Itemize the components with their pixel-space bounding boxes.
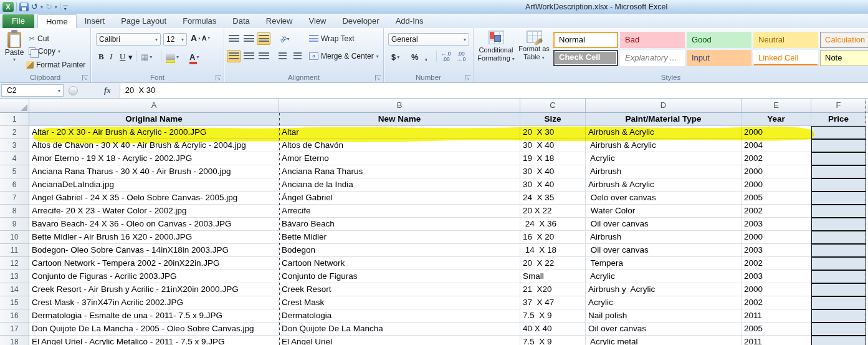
cell-E16[interactable]: 2011	[742, 309, 811, 323]
formula-input[interactable]: 20 X 30	[120, 83, 868, 98]
cell-F1[interactable]: Price	[811, 113, 866, 126]
cell-C16[interactable]: 7.5 X 9	[520, 309, 586, 323]
cell-E7[interactable]: 2005	[742, 192, 811, 205]
cell-C15[interactable]: 37 X 47	[520, 296, 586, 309]
row-header-3[interactable]: 3	[0, 139, 29, 152]
cell-D1[interactable]: Paint/Material Type	[586, 113, 742, 126]
column-header-C[interactable]: C	[520, 99, 586, 112]
row-header-18[interactable]: 18	[0, 336, 29, 345]
cell-D14[interactable]: Airbrush y Acrylic	[586, 283, 742, 296]
cell-E3[interactable]: 2004	[742, 139, 811, 152]
comma-style-button[interactable]: ,	[425, 51, 427, 63]
name-box[interactable]: C2 ▾	[1, 84, 64, 97]
cell-D6[interactable]: Airbrush & Acrylic	[586, 178, 742, 192]
cell-C3[interactable]: 30 X 40	[520, 139, 586, 152]
cell-B1[interactable]: New Name	[279, 113, 520, 126]
cell-A7[interactable]: Angel Gabriel - 24 X 35 - Oelo Sobre Can…	[29, 192, 279, 205]
cell-style-normal[interactable]: Normal	[553, 32, 618, 48]
cell-A10[interactable]: Bette Midler - Air Brush 16 X20 - 2000.J…	[29, 231, 279, 244]
cell-B3[interactable]: Altos de Chavón	[279, 139, 520, 152]
cell-A4[interactable]: Amor Eterno - 19 X 18 - Acrylic - 2002.J…	[29, 152, 279, 165]
cell-C13[interactable]: Small	[520, 270, 586, 283]
cell-style-calculation[interactable]: Calculation	[820, 32, 868, 48]
cell-E11[interactable]: 2003	[742, 244, 811, 257]
select-all-corner[interactable]	[0, 99, 29, 112]
cell-F6[interactable]	[811, 178, 866, 192]
cell-B6[interactable]: Anciana de la India	[279, 178, 520, 192]
tab-data[interactable]: Data	[224, 14, 257, 28]
cell-E13[interactable]: 2003	[742, 270, 811, 283]
cell-F18[interactable]	[811, 336, 866, 345]
grow-font-button[interactable]: A▴ A▾	[191, 32, 210, 44]
cell-E18[interactable]: 2011	[742, 336, 811, 345]
cell-E14[interactable]: 2000	[742, 283, 811, 296]
cell-D11[interactable]: Oil over canvas	[586, 244, 742, 257]
cell-E8[interactable]: 2002	[742, 205, 811, 218]
cell-C4[interactable]: 19 X 18	[520, 152, 586, 165]
copy-button[interactable]: Copy ▾	[29, 46, 60, 57]
cell-F17[interactable]	[811, 323, 866, 336]
underline-button[interactable]: U	[120, 51, 125, 63]
row-header-1[interactable]: 1	[0, 113, 29, 126]
cell-style-good[interactable]: Good	[687, 32, 751, 48]
cell-C11[interactable]: 14 X 18	[520, 244, 586, 257]
cell-C10[interactable]: 16 X 20	[520, 231, 586, 244]
conditional-formatting-button[interactable]: Conditional Formatting ▾	[476, 31, 516, 63]
shrink-font-icon[interactable]: A	[202, 34, 207, 42]
row-header-7[interactable]: 7	[0, 192, 29, 205]
customize-qat-icon[interactable]: ▾	[63, 4, 68, 11]
cell-B5[interactable]: Anciana Rana Tharus	[279, 165, 520, 178]
cell-C5[interactable]: 30 X 40	[520, 165, 586, 178]
cell-B18[interactable]: El Angel Uriel	[279, 336, 520, 345]
cell-D7[interactable]: Oelo over canvas	[586, 192, 742, 205]
cell-F7[interactable]	[811, 192, 866, 205]
cell-B13[interactable]: Conjunto de Figuras	[279, 270, 520, 283]
cell-style-input[interactable]: Input	[687, 50, 751, 66]
cell-F10[interactable]	[811, 231, 866, 244]
cell-F9[interactable]	[811, 218, 866, 231]
tab-home[interactable]: Home	[37, 14, 77, 28]
cell-style-linked-cell[interactable]: Linked Cell	[753, 50, 818, 66]
cell-D2[interactable]: Airbrush & Acrylic	[586, 126, 742, 139]
excel-logo-icon[interactable]: X	[2, 2, 14, 12]
cell-C1[interactable]: Size	[520, 113, 586, 126]
cell-A1[interactable]: Original Name	[29, 113, 279, 126]
row-header-9[interactable]: 9	[0, 218, 29, 231]
cell-style-neutral[interactable]: Neutral	[753, 32, 818, 48]
cell-D5[interactable]: Airbrush	[586, 165, 742, 178]
cell-A3[interactable]: Altos de Chavon - 30 X 40 - Air Brush & …	[29, 139, 279, 152]
font-color-button[interactable]: A ▾	[189, 51, 199, 63]
cell-F2[interactable]	[811, 126, 866, 139]
cell-C18[interactable]: 7.5 X 9	[520, 336, 586, 345]
cell-A12[interactable]: Cartoon Network - Tempera 2002 - 20inX22…	[29, 257, 279, 270]
cell-F3[interactable]	[811, 139, 866, 152]
cell-style-note[interactable]: Note	[820, 50, 868, 66]
cell-D13[interactable]: Acrylic	[586, 270, 742, 283]
font-family-select[interactable]: Calibri ▾	[96, 33, 161, 46]
cell-C14[interactable]: 21 X20	[520, 283, 586, 296]
font-size-select[interactable]: 12 ▾	[163, 33, 187, 46]
tab-page-layout[interactable]: Page Layout	[113, 14, 174, 28]
column-header-F[interactable]: F	[811, 99, 866, 112]
cell-style-bad[interactable]: Bad	[620, 32, 685, 48]
bold-button[interactable]: B	[98, 51, 104, 63]
cell-C7[interactable]: 24 X 35	[520, 192, 586, 205]
tab-add-ins[interactable]: Add-Ins	[388, 14, 432, 28]
cell-B9[interactable]: Bávaro Beach	[279, 218, 520, 231]
cell-E10[interactable]: 2000	[742, 231, 811, 244]
column-header-B[interactable]: B	[279, 99, 520, 112]
undo-icon[interactable]: ↺	[31, 2, 38, 12]
accounting-format-button[interactable]: $ ▾	[391, 51, 399, 63]
clipboard-dialog-launcher-icon[interactable]: ↘	[82, 75, 88, 80]
orientation-button[interactable]: ab ▾	[275, 32, 294, 45]
cell-C12[interactable]: 20 X 22	[520, 257, 586, 270]
tab-file[interactable]: File	[2, 14, 34, 28]
alignment-dialog-launcher-icon[interactable]: ↘	[375, 75, 381, 80]
cell-E9[interactable]: 2003	[742, 218, 811, 231]
row-header-11[interactable]: 11	[0, 244, 29, 257]
align-left-button[interactable]	[227, 50, 241, 62]
row-header-8[interactable]: 8	[0, 205, 29, 218]
cell-A16[interactable]: Dermatologia - Esmalte de una - 2011- 7.…	[29, 309, 279, 323]
align-middle-button[interactable]	[242, 32, 255, 45]
column-header-D[interactable]: D	[586, 99, 742, 112]
